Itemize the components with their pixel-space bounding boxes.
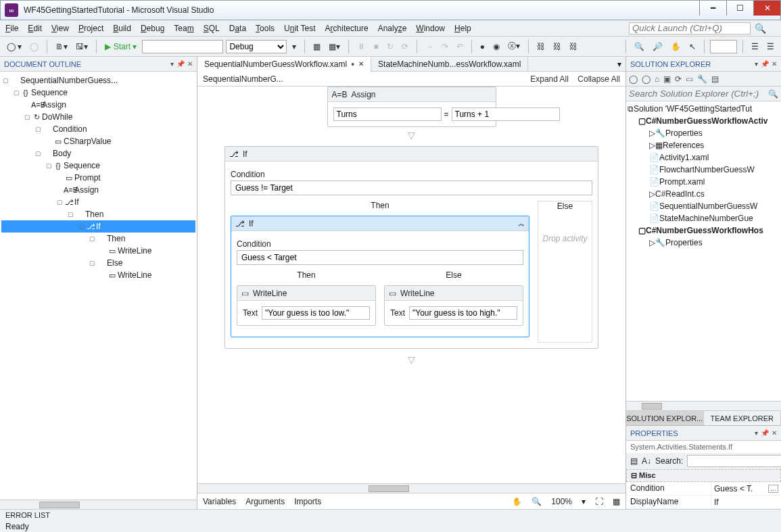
condition-input-outer[interactable] [231, 180, 592, 195]
sort-category-icon[interactable]: ▤ [630, 456, 638, 466]
hand-icon[interactable]: ✋ [668, 42, 684, 51]
zoom-value[interactable]: 100% [551, 497, 572, 506]
writeline-else-input[interactable] [409, 306, 517, 320]
breakpoint-x-icon[interactable]: ⓧ▾ [505, 41, 523, 52]
writeline-then-activity[interactable]: ▭WriteLine Text [237, 285, 376, 326]
writeline-then-input[interactable] [262, 306, 370, 320]
se-back-icon[interactable]: ◯ [629, 74, 638, 84]
se-refresh-icon[interactable]: ⟳ [675, 74, 682, 84]
error-list-tab[interactable]: ERROR LIST [0, 510, 781, 521]
variables-link[interactable]: Variables [203, 497, 236, 506]
breakpoint-icon[interactable]: ● [477, 42, 488, 51]
solution-item[interactable]: ▷🔧Properties [628, 127, 780, 139]
panel-pin-icon[interactable]: 📌 [176, 60, 185, 68]
se-preview-icon[interactable]: ▤ [711, 74, 719, 84]
panel-pin-icon[interactable]: 📌 [761, 60, 769, 68]
config-combo[interactable]: Debug [226, 40, 287, 53]
se-props-icon[interactable]: 🔧 [697, 74, 707, 84]
designer-canvas[interactable]: A=BAssign = ▽ ⎇If Condition [197, 87, 625, 483]
tab-close-icon[interactable]: ✕ [358, 57, 364, 72]
outline-item[interactable]: ▢↻DoWhile [1, 111, 195, 123]
layout-icon[interactable]: ☰ [749, 42, 761, 51]
property-row[interactable]: DisplayNameIf [626, 495, 781, 509]
se-showall-icon[interactable]: ▭ [686, 74, 693, 84]
start-button[interactable]: ▶ Start ▾ [102, 42, 139, 51]
solution-item[interactable]: ▷C#ReadInt.cs [628, 188, 780, 200]
solution-item[interactable]: 📄Prompt.xaml [628, 176, 780, 188]
outline-item[interactable]: ▢SequentialNumberGuess... [1, 74, 195, 87]
solution-item[interactable]: ▷▦References [628, 139, 780, 151]
panel-close-icon[interactable]: ✕ [772, 60, 777, 68]
zoom-dropdown-icon[interactable]: ▾ [582, 497, 586, 506]
arguments-link[interactable]: Arguments [245, 497, 285, 506]
save-all-button[interactable]: 🖫▾ [73, 42, 91, 51]
tab-sequential[interactable]: SequentialNumberGuessWorkflow.xaml • ✕ [197, 57, 371, 72]
tab-team-explorer[interactable]: TEAM EXPLORER [704, 411, 782, 425]
toolbox-icon[interactable]: ▦ [310, 42, 323, 51]
solution-item[interactable]: 📄Activity1.xaml [628, 151, 780, 164]
menu-sql[interactable]: SQL [204, 24, 220, 33]
ellipsis-button[interactable]: … [768, 485, 778, 493]
back-button[interactable]: ◯ ▾ [4, 42, 24, 51]
solution-item[interactable]: 📄FlowchartNumberGuessW [628, 164, 780, 176]
solution-item[interactable]: ▢C#NumberGuessWorkflowActiv [628, 115, 780, 127]
outline-item[interactable]: A=BAssign [1, 184, 195, 196]
find-icon[interactable]: 🔍 [632, 42, 647, 51]
if-outer-activity[interactable]: ⎇If Condition Then ⎇If︽ Condi [224, 146, 598, 349]
minimize-button[interactable]: ━ [699, 1, 726, 16]
panel-pin-icon[interactable]: 📌 [761, 429, 769, 437]
outline-item[interactable]: ▭WriteLine [1, 245, 195, 257]
start-target-combo[interactable] [142, 40, 223, 53]
outline-item[interactable]: ▢Then [1, 208, 195, 220]
assign-to-input[interactable] [333, 107, 442, 121]
outline-item[interactable]: ▢Then [1, 233, 195, 245]
outline-item[interactable]: ▢⎇If [1, 220, 195, 233]
menu-unit-test[interactable]: Unit Test [284, 24, 315, 33]
property-row[interactable]: ConditionGuess < T.… [626, 482, 781, 495]
condition-input-inner[interactable] [237, 250, 523, 265]
cursor-icon[interactable]: ↖ [686, 42, 699, 51]
outline-scrollbar[interactable] [0, 500, 197, 509]
solution-item[interactable]: 📄SequentialNumberGuessW [628, 200, 780, 212]
menu-file[interactable]: File [5, 24, 18, 33]
outline-item[interactable]: ▢Condition [1, 123, 195, 135]
menu-view[interactable]: View [51, 24, 69, 33]
menu-tools[interactable]: Tools [256, 24, 275, 33]
breadcrumb-path[interactable]: SequentialNumberG... [203, 74, 283, 84]
nav-icon[interactable]: ⛓ [534, 42, 548, 51]
solution-item[interactable]: 📄StateMachineNumberGue [628, 212, 780, 224]
solution-item[interactable]: ▷🔧Properties [628, 237, 780, 249]
nav2-icon[interactable]: ⛓ [550, 42, 564, 51]
find-box[interactable] [710, 40, 737, 53]
search-icon[interactable]: 🔍 [755, 23, 766, 34]
se-search-input[interactable] [629, 89, 764, 99]
nav3-icon[interactable]: ⛓ [567, 42, 580, 51]
solution-tree[interactable]: ⧉Solution 'WF45GettingStartedTut▢C#Numbe… [626, 101, 781, 401]
debug-windows-icon[interactable]: ▦▾ [326, 42, 343, 51]
tab-menu-icon[interactable]: ▾ [617, 59, 621, 69]
platform-combo[interactable]: ▾ [289, 42, 299, 51]
outline-item[interactable]: A=BAssign [1, 99, 195, 111]
menu-build[interactable]: Build [113, 24, 131, 33]
solution-item[interactable]: ▢C#NumberGuessWorkflowHos [628, 224, 780, 237]
solution-item[interactable]: ⧉Solution 'WF45GettingStartedTut [628, 103, 780, 115]
layout2-icon[interactable]: ☰ [764, 42, 777, 51]
outline-tree[interactable]: ▢SequentialNumberGuess...▢{}SequenceA=BA… [0, 72, 197, 500]
se-fwd-icon[interactable]: ◯ [642, 74, 650, 84]
outline-item[interactable]: ▢Else [1, 257, 195, 269]
outline-item[interactable]: ▢{}Sequence [1, 160, 195, 172]
outline-item[interactable]: ▭WriteLine [1, 269, 195, 281]
menu-data[interactable]: Data [229, 24, 246, 33]
if-inner-activity[interactable]: ⎇If︽ Condition Then ▭ [231, 216, 529, 337]
menu-architecture[interactable]: Architecture [325, 24, 369, 33]
menu-analyze[interactable]: Analyze [378, 24, 407, 33]
panel-close-icon[interactable]: ✕ [772, 429, 777, 437]
close-button[interactable]: ✕ [753, 1, 780, 16]
sort-alpha-icon[interactable]: A↓ [642, 456, 651, 466]
se-scrollbar[interactable] [626, 401, 781, 410]
zoom-icon[interactable]: 🔎 [650, 42, 665, 51]
menu-debug[interactable]: Debug [141, 24, 164, 33]
search-icon[interactable]: 🔍 [768, 89, 778, 99]
menu-help[interactable]: Help [454, 24, 471, 33]
menu-team[interactable]: Team [174, 24, 193, 33]
